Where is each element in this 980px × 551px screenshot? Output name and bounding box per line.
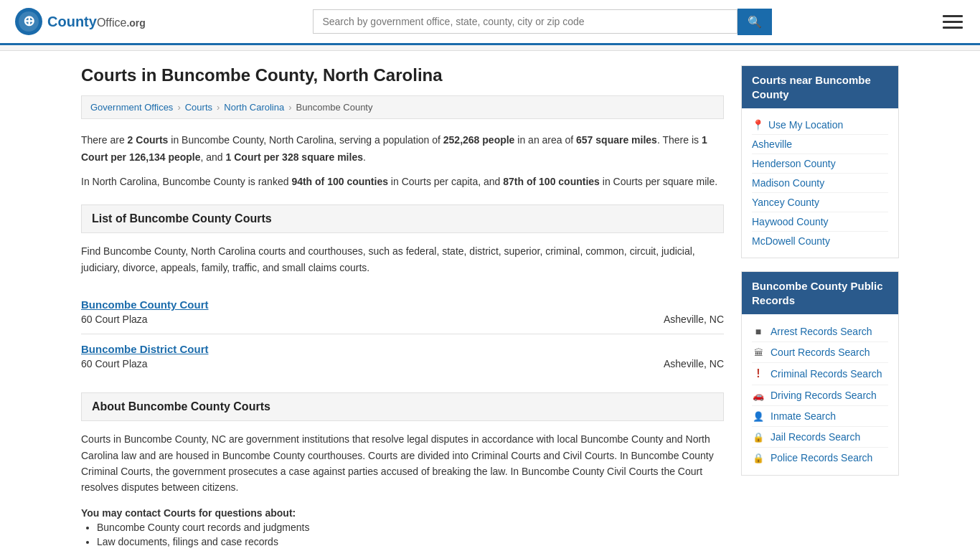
- driving-icon: 🚗: [752, 390, 765, 401]
- list-item-2: Law documents, filings and case records: [97, 536, 724, 547]
- record-driving: 🚗 Driving Records Search: [752, 385, 888, 406]
- info-para-1: There are 2 Courts in Buncombe County, N…: [81, 132, 724, 166]
- per-sqmile: 1 Court per 328 square miles: [226, 151, 363, 163]
- header: ⊕ CountyOffice.org 🔍: [0, 0, 980, 45]
- court-name-1[interactable]: Buncombe County Court: [81, 298, 209, 311]
- inmate-icon: 👤: [752, 411, 765, 422]
- search-area: 🔍: [313, 9, 772, 35]
- list-section: List of Buncombe County Courts Find Bunc…: [81, 204, 724, 378]
- record-jail: 🔒 Jail Records Search: [752, 427, 888, 448]
- court-entry-2: Buncombe District Court 60 Court Plaza A…: [81, 334, 724, 378]
- menu-button[interactable]: [940, 12, 966, 32]
- logo-area: ⊕ CountyOffice.org: [14, 7, 146, 36]
- courts-count: 2 Courts: [128, 134, 169, 146]
- nearby-link-henderson[interactable]: Henderson County: [752, 154, 888, 174]
- logo-icon: ⊕: [14, 7, 43, 36]
- court-details-2: 60 Court Plaza Asheville, NC: [81, 358, 724, 369]
- nearby-link-mcdowell[interactable]: McDowell County: [752, 232, 888, 250]
- police-icon: 🔒: [752, 453, 765, 463]
- court-citystate-1: Asheville, NC: [664, 314, 724, 325]
- list-section-header: List of Buncombe County Courts: [81, 204, 724, 233]
- arrest-records-link[interactable]: Arrest Records Search: [771, 326, 872, 337]
- rank-capita: 94th of 100 counties: [291, 176, 388, 187]
- police-records-link[interactable]: Police Records Search: [771, 452, 872, 463]
- nearby-header: Courts near Buncombe County: [742, 66, 898, 108]
- record-criminal: ! Criminal Records Search: [752, 363, 888, 385]
- record-inmate: 👤 Inmate Search: [752, 406, 888, 427]
- list-section-desc: Find Buncombe County, North Carolina cou…: [81, 243, 724, 276]
- breadcrumb: Government Offices › Courts › North Caro…: [81, 95, 724, 119]
- breadcrumb-separator: ›: [177, 102, 180, 113]
- hamburger-line: [943, 21, 963, 23]
- use-my-location-item[interactable]: 📍 Use My Location: [752, 116, 888, 135]
- page-title: Courts in Buncombe County, North Carolin…: [81, 65, 724, 85]
- record-police: 🔒 Police Records Search: [752, 448, 888, 468]
- population: 252,268 people: [443, 134, 515, 146]
- jail-records-link[interactable]: Jail Records Search: [771, 431, 860, 443]
- about-contact-label: You may contact Courts for questions abo…: [81, 507, 296, 519]
- about-section: About Buncombe County Courts Courts in B…: [81, 392, 724, 547]
- nearby-link-haywood[interactable]: Haywood County: [752, 212, 888, 232]
- public-records-section: Buncombe County Public Records ■ Arrest …: [741, 271, 899, 476]
- info-section: There are 2 Courts in Buncombe County, N…: [81, 132, 724, 190]
- breadcrumb-separator: ›: [288, 102, 291, 113]
- rank-area: 87th of 100 counties: [503, 176, 600, 187]
- nearby-section: Courts near Buncombe County 📍 Use My Loc…: [741, 65, 899, 258]
- svg-text:⊕: ⊕: [23, 13, 35, 29]
- about-contact-bold: You may contact Courts for questions abo…: [81, 507, 724, 519]
- record-arrest: ■ Arrest Records Search: [752, 321, 888, 342]
- court-name-2[interactable]: Buncombe District Court: [81, 343, 209, 355]
- record-court: 🏛 Court Records Search: [752, 342, 888, 363]
- use-my-location-link[interactable]: Use My Location: [768, 119, 843, 131]
- pin-icon: 📍: [752, 119, 764, 131]
- jail-icon: 🔒: [752, 432, 765, 443]
- info-para-2: In North Carolina, Buncombe County is ra…: [81, 174, 724, 191]
- about-header: About Buncombe County Courts: [81, 392, 724, 421]
- about-contact-list: Buncombe County court records and judgme…: [81, 522, 724, 547]
- breadcrumb-link-nc[interactable]: North Carolina: [224, 102, 284, 113]
- courts-list: Buncombe County Court 60 Court Plaza Ash…: [81, 290, 724, 378]
- court-address-1: 60 Court Plaza: [81, 314, 148, 325]
- nearby-link-asheville[interactable]: Asheville: [752, 135, 888, 154]
- breadcrumb-separator: ›: [217, 102, 220, 113]
- logo-text: CountyOffice.org: [47, 14, 146, 30]
- main-container: Courts in Buncombe County, North Carolin…: [67, 51, 913, 551]
- public-records-body: ■ Arrest Records Search 🏛 Court Records …: [742, 314, 898, 475]
- sidebar: Courts near Buncombe County 📍 Use My Loc…: [741, 65, 899, 550]
- nearby-link-yancey[interactable]: Yancey County: [752, 193, 888, 212]
- public-records-header: Buncombe County Public Records: [742, 272, 898, 314]
- court-address-2: 60 Court Plaza: [81, 358, 148, 369]
- court-records-link[interactable]: Court Records Search: [771, 347, 870, 358]
- search-icon: 🔍: [748, 16, 762, 28]
- court-details-1: 60 Court Plaza Asheville, NC: [81, 314, 724, 325]
- about-description: Courts in Buncombe County, NC are govern…: [81, 431, 724, 496]
- hamburger-line: [943, 15, 963, 17]
- list-item-1: Buncombe County court records and judgme…: [97, 522, 724, 533]
- nearby-link-madison[interactable]: Madison County: [752, 174, 888, 193]
- court-entry-1: Buncombe County Court 60 Court Plaza Ash…: [81, 290, 724, 334]
- content-area: Courts in Buncombe County, North Carolin…: [81, 65, 724, 550]
- arrest-icon: ■: [752, 326, 765, 337]
- court-icon: 🏛: [752, 347, 765, 358]
- search-input[interactable]: [313, 9, 738, 34]
- criminal-icon: !: [752, 367, 765, 380]
- area: 657 square miles: [576, 134, 657, 146]
- breadcrumb-link-gov[interactable]: Government Offices: [90, 102, 173, 113]
- search-button[interactable]: 🔍: [738, 9, 772, 35]
- hamburger-line: [943, 27, 963, 29]
- nearby-body: 📍 Use My Location Asheville Henderson Co…: [742, 108, 898, 258]
- court-citystate-2: Asheville, NC: [664, 358, 724, 369]
- breadcrumb-current: Buncombe County: [296, 102, 373, 113]
- inmate-search-link[interactable]: Inmate Search: [771, 410, 836, 422]
- driving-records-link[interactable]: Driving Records Search: [771, 390, 877, 401]
- breadcrumb-link-courts[interactable]: Courts: [185, 102, 212, 113]
- subheader-bar: [0, 45, 980, 51]
- criminal-records-link[interactable]: Criminal Records Search: [771, 368, 882, 380]
